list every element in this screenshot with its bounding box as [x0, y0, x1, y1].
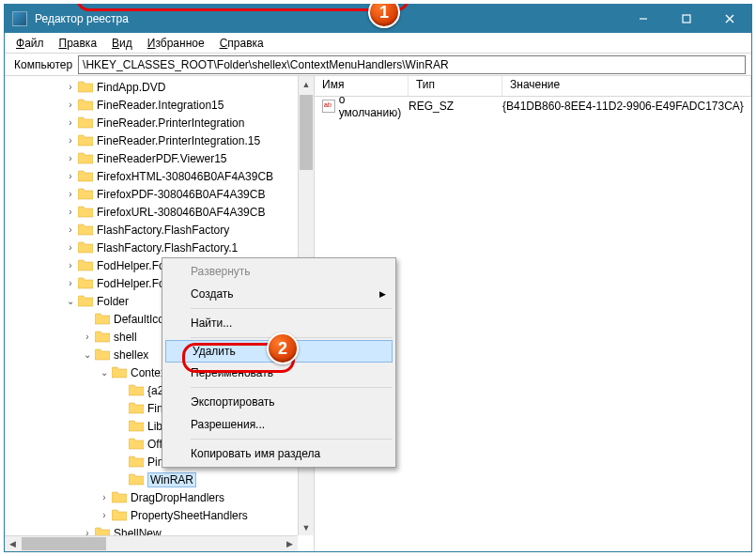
chevron-right-icon[interactable]: › — [65, 260, 76, 270]
folder-icon — [129, 420, 144, 432]
tree-item-label: Folder — [97, 295, 129, 308]
tree-item[interactable]: ›DragDropHandlers — [5, 488, 314, 506]
scroll-right-icon[interactable]: ▶ — [282, 536, 298, 551]
folder-icon — [78, 188, 93, 200]
tree-item[interactable]: ›FineReader.Integration15 — [5, 96, 314, 114]
minimize-button[interactable] — [622, 5, 665, 33]
address-bar: Компьютер \HKEY_CLASSES_ROOT\Folder\shel… — [5, 54, 751, 76]
menu-edit[interactable]: Правка — [52, 35, 105, 52]
tree-item-label: PropertySheetHandlers — [131, 509, 248, 522]
menu-item[interactable]: Переименовать — [164, 362, 393, 384]
menu-item[interactable]: Найти... — [164, 312, 393, 334]
address-root: Компьютер — [5, 58, 78, 71]
scroll-thumb-v[interactable] — [300, 95, 313, 170]
tree-item-label: shellex — [114, 348, 148, 362]
scroll-down-icon[interactable]: ▼ — [299, 519, 314, 535]
svg-rect-0 — [683, 15, 690, 23]
submenu-arrow-icon: ▶ — [379, 289, 386, 299]
chevron-right-icon[interactable]: › — [65, 117, 76, 128]
folder-icon — [78, 134, 93, 147]
folder-icon — [95, 313, 110, 325]
chevron-right-icon[interactable]: › — [65, 135, 76, 146]
tree-item[interactable]: ›FlashFactory.FlashFactory — [5, 221, 314, 239]
menu-item-label: Экспортировать — [191, 395, 275, 409]
tree-item[interactable]: ›FirefoxURL-308046B0AF4A39CB — [5, 203, 314, 221]
folder-icon — [112, 491, 127, 503]
tree-item[interactable]: ›FirefoxPDF-308046B0AF4A39CB — [5, 185, 314, 203]
tree-item-label: FineReaderPDF.Viewer15 — [97, 152, 227, 165]
menu-file[interactable]: Файл — [8, 35, 52, 52]
list-item[interactable]: о умолчанию) REG_SZ {B41DB860-8EE4-11D2-… — [315, 97, 751, 116]
tree-item-label: FlashFactory.FlashFactory — [97, 224, 229, 237]
chevron-right-icon[interactable]: › — [65, 224, 76, 235]
scroll-thumb-h[interactable] — [22, 537, 106, 550]
folder-icon — [78, 99, 93, 111]
close-button[interactable] — [708, 5, 751, 33]
col-value[interactable]: Значение — [502, 76, 751, 96]
tree-scrollbar-horizontal[interactable]: ◀ ▶ — [5, 535, 298, 551]
tree-item-label: FineReader.Integration15 — [97, 99, 224, 112]
folder-icon — [129, 456, 144, 468]
menu-item-label: Копировать имя раздела — [191, 447, 320, 460]
chevron-down-icon[interactable]: ⌄ — [82, 349, 93, 360]
menu-favorites[interactable]: Избранное — [140, 35, 212, 52]
tree-item[interactable]: ›PropertySheetHandlers — [5, 506, 314, 524]
chevron-down-icon[interactable]: ⌄ — [99, 367, 110, 378]
address-path-tail: WinRAR — [406, 58, 449, 71]
col-type[interactable]: Тип — [409, 76, 502, 96]
tree-item[interactable]: ›FineReader.PrinterIntegration.15 — [5, 131, 314, 149]
menu-item[interactable]: Разрешения... — [164, 413, 393, 436]
tree-item-label: FineReader.PrinterIntegration — [97, 116, 244, 130]
tree-item-label: FirefoxHTML-308046B0AF4A39CB — [97, 170, 273, 183]
menu-view[interactable]: Вид — [104, 35, 140, 52]
folder-icon — [78, 277, 93, 289]
menu-item-label: Создать — [191, 287, 234, 301]
address-input[interactable]: \HKEY_CLASSES_ROOT\Folder\shellex\Contex… — [78, 55, 746, 74]
tree-item[interactable]: ›FlashFactory.FlashFactory.1 — [5, 239, 314, 256]
value-name: о умолчанию) — [339, 93, 409, 119]
menu-help[interactable]: Справка — [212, 35, 271, 52]
tree-item[interactable]: ›FineReader.PrinterIntegration — [5, 114, 314, 131]
annotation-badge-2: 2 — [267, 332, 299, 364]
scroll-left-icon[interactable]: ◀ — [5, 536, 21, 551]
value-data: {B41DB860-8EE4-11D2-9906-E49FADC173CA} — [502, 100, 751, 113]
folder-icon — [129, 438, 144, 450]
menu-item[interactable]: Копировать имя раздела — [164, 442, 393, 465]
chevron-right-icon[interactable]: › — [65, 82, 76, 92]
folder-icon — [112, 366, 127, 378]
tree-item-label: WinRAR — [147, 472, 196, 487]
folder-icon — [78, 116, 93, 129]
chevron-right-icon[interactable]: › — [65, 278, 76, 288]
tree-item[interactable]: ›FirefoxHTML-308046B0AF4A39CB — [5, 167, 314, 185]
chevron-right-icon[interactable]: › — [65, 189, 76, 199]
menu-item-label: Разрешения... — [191, 418, 265, 431]
tree-item[interactable]: ›FindApp.DVD — [5, 78, 314, 96]
chevron-right-icon[interactable]: › — [65, 207, 76, 217]
chevron-right-icon[interactable]: › — [65, 153, 76, 163]
folder-icon — [112, 509, 127, 521]
maximize-button[interactable] — [665, 5, 708, 33]
folder-icon — [78, 81, 93, 93]
folder-icon — [129, 402, 144, 414]
menu-item: Развернуть — [164, 260, 393, 283]
folder-icon — [78, 295, 93, 307]
chevron-right-icon[interactable]: › — [65, 242, 76, 253]
tree-item[interactable]: WinRAR — [5, 471, 314, 488]
chevron-right-icon[interactable]: › — [65, 171, 76, 181]
scroll-up-icon[interactable]: ▲ — [299, 76, 314, 92]
menu-separator — [191, 308, 393, 309]
menu-item[interactable]: Создать▶ — [164, 283, 393, 305]
chevron-down-icon[interactable]: ⌄ — [65, 296, 76, 306]
menu-item[interactable]: Экспортировать — [164, 391, 393, 413]
tree-item[interactable]: ›FineReaderPDF.Viewer15 — [5, 149, 314, 167]
folder-icon — [78, 224, 93, 236]
tree-item-label: FineReader.PrinterIntegration.15 — [97, 134, 260, 147]
chevron-right-icon[interactable]: › — [99, 510, 110, 520]
chevron-right-icon[interactable]: › — [99, 492, 110, 502]
folder-icon — [129, 384, 144, 396]
menu-item-label: Развернуть — [191, 265, 251, 278]
chevron-right-icon[interactable]: › — [82, 332, 93, 342]
string-value-icon — [322, 100, 335, 113]
tree-item-label: DragDropHandlers — [131, 491, 224, 504]
chevron-right-icon[interactable]: › — [65, 100, 76, 110]
